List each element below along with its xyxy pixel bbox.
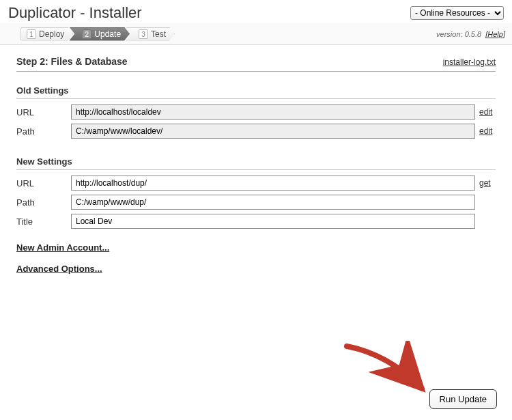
new-url-get-link[interactable]: get xyxy=(475,178,496,188)
new-title-label: Title xyxy=(16,216,71,227)
version-info: version: 0.5.8 [Help] xyxy=(436,30,505,38)
new-title-input[interactable] xyxy=(71,214,475,229)
step-number: 3 xyxy=(139,29,148,39)
step-label: Test xyxy=(151,29,166,39)
old-url-label: URL xyxy=(16,107,71,117)
new-url-label: URL xyxy=(16,178,71,188)
wizard-step-test[interactable]: 3 Test xyxy=(126,27,175,41)
help-link[interactable]: [Help] xyxy=(485,30,505,38)
new-path-label: Path xyxy=(16,197,71,208)
old-url-input[interactable] xyxy=(71,104,475,120)
old-url-edit-link[interactable]: edit xyxy=(475,107,496,117)
step-number: 2 xyxy=(82,29,91,39)
run-update-button[interactable]: Run Update xyxy=(429,389,497,409)
new-settings-heading: New Settings xyxy=(16,156,496,170)
wizard-step-deploy[interactable]: 1 Deploy xyxy=(20,27,73,41)
installer-log-link[interactable]: installer-log.txt xyxy=(443,57,496,67)
step-heading: Step 2: Files & Database xyxy=(16,56,128,67)
step-label: Deploy xyxy=(39,29,64,39)
old-path-edit-link[interactable]: edit xyxy=(475,126,496,136)
online-resources-select[interactable]: - Online Resources - xyxy=(410,6,504,20)
new-url-input[interactable] xyxy=(71,176,475,191)
old-path-label: Path xyxy=(16,126,71,137)
new-path-input[interactable] xyxy=(71,195,475,210)
wizard-step-update[interactable]: 2 Update xyxy=(69,27,130,41)
old-settings-heading: Old Settings xyxy=(16,85,496,99)
wizard-bar: 1 Deploy 2 Update 3 Test version: 0.5.8 … xyxy=(0,23,512,45)
new-admin-account-toggle[interactable]: New Admin Account... xyxy=(16,242,109,253)
old-path-input[interactable] xyxy=(71,124,475,139)
advanced-options-toggle[interactable]: Advanced Options... xyxy=(16,264,102,274)
step-label: Update xyxy=(94,29,121,39)
page-title: Duplicator - Installer xyxy=(8,4,142,22)
step-number: 1 xyxy=(27,29,36,39)
arrow-annotation-icon xyxy=(341,341,437,402)
